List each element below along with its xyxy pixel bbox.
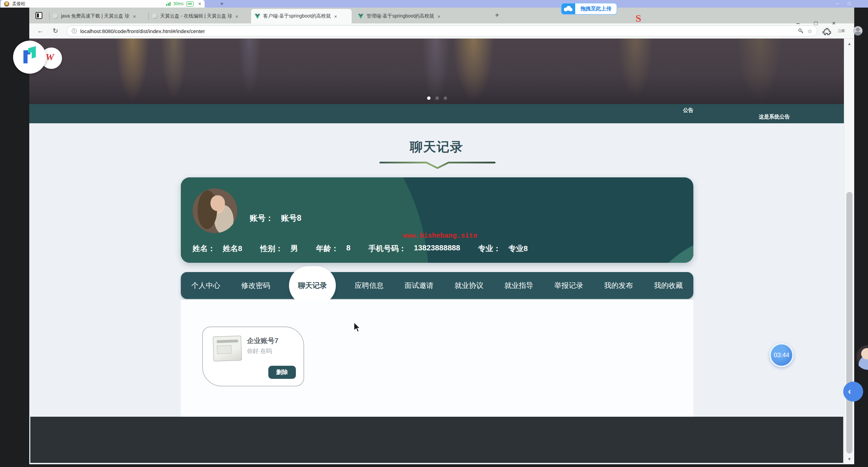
carousel-dots[interactable] [427,96,447,100]
extensions-icon[interactable] [823,28,831,37]
tab-title: 天翼云盘 - 在线编辑 | 天翼云盘 珍 [160,13,232,19]
browser-tab-strip: java 免费高速下载 | 天翼云盘 珍 × 天翼云盘 - 在线编辑 | 天翼云… [29,8,854,23]
account-value: 账号8 [281,213,301,224]
page-viewport: 公告 这是系统公告 聊天记录 账号： 账号8 www.bishebang.sit… [29,39,844,464]
collections-icon[interactable]: ☆≡ [836,27,845,35]
tab-my-posts[interactable]: 我的发布 [602,278,635,293]
cloud-drive-logo-icon[interactable] [13,41,46,74]
field-value: 专业8 [508,243,528,254]
desktop-screen: 孟俊松 30ms HD × + – □ java 免费高速下载 | 天翼云盘 珍… [0,0,868,467]
announcement-bar: 公告 这是系统公告 [29,104,844,123]
browser-tab-3-active[interactable]: 客户端-基于springboot的高校就 × [251,9,352,23]
delete-button[interactable]: 删除 [268,366,296,379]
card-circle-outer [632,232,693,263]
browser-tab-2[interactable]: 天翼云盘 - 在线编辑 | 天翼云盘 珍 × [148,9,249,23]
tab-close-icon[interactable]: × [132,13,136,19]
carousel-dot[interactable] [444,96,447,100]
browser-window: java 免费高速下载 | 天翼云盘 珍 × 天翼云盘 - 在线编辑 | 天翼云… [29,8,854,464]
tab-close-icon[interactable]: × [437,13,441,19]
remote-user-avatar-icon [4,1,9,7]
page-footer [30,417,843,463]
hd-quality-badge: HD [186,1,194,7]
remote-maximize-button[interactable]: □ [848,0,850,8]
field-label: 年龄： [316,243,339,254]
field-label: 姓名： [193,243,215,254]
remote-session-tab[interactable]: 孟俊松 30ms HD × [1,0,205,8]
remote-new-session-button[interactable]: + [218,0,226,8]
upload-dropzone-pill[interactable]: 拖拽至此上传 [561,3,617,15]
refresh-button[interactable]: ↻ [51,26,60,36]
desktop-edge-avatar [856,345,868,370]
signal-bars-icon [166,2,170,6]
field-label: 专业： [478,243,501,254]
remote-tab-close-icon[interactable]: × [198,1,201,7]
tab-actions-icon[interactable] [35,12,42,19]
field-label: 手机号码： [369,243,406,254]
sidebar-collapse-handle[interactable]: ‹ [843,382,863,402]
user-avatar[interactable] [193,188,237,233]
site-info-icon[interactable]: ⓘ [72,28,77,34]
cloud-favicon [53,13,58,19]
back-button[interactable]: ← [35,26,45,36]
company-image [213,336,242,362]
carousel-dot-active[interactable] [427,96,431,100]
field-label: 性别： [260,243,283,254]
new-tab-button[interactable]: + [493,11,502,20]
browser-tab-1[interactable]: java 免费高速下载 | 天翼云盘 珍 × [49,9,146,23]
tab-employment-agreement[interactable]: 就业协议 [452,278,485,293]
url-text[interactable]: localhost:8080/code/front/dist/index.htm… [80,28,794,34]
tab-report-records[interactable]: 举报记录 [552,278,585,293]
tab-employment-guidance[interactable]: 就业指导 [502,278,535,293]
page-title: 聊天记录 [29,138,844,156]
announcement-text[interactable]: 这是系统公告 [759,114,790,120]
watermark-text: www.bishebang.site [403,232,477,240]
field-value: 8 [346,243,350,254]
browser-profile-avatar[interactable] [853,26,862,35]
profile-fields: 姓名：姓名8 性别：男 年龄：8 手机号码：13823888888 专业：专业8 [193,243,528,254]
remote-user-name: 孟俊松 [12,1,163,7]
remote-session-bar: 孟俊松 30ms HD × + – □ [0,0,868,8]
minimize-button[interactable]: – [796,20,799,27]
carousel-dot[interactable] [435,96,439,100]
tab-interview-invites[interactable]: 面试邀请 [403,278,436,293]
tab-close-icon[interactable]: × [333,13,337,19]
tab-chat-records-active[interactable]: 聊天记录 [289,266,336,305]
title-underline-decoration [379,160,496,170]
browser-window-controls: – □ × [796,20,836,27]
tab-close-icon[interactable]: × [235,13,238,19]
field-value: 13823888888 [414,243,461,254]
announcement-label: 公告 [683,107,693,114]
address-bar[interactable]: ⓘ localhost:8080/code/front/dist/index.h… [66,25,817,37]
account-row: 账号： 账号8 [250,213,301,224]
upload-hint-text: 拖拽至此上传 [575,6,617,12]
maximize-button[interactable]: □ [814,20,817,27]
browser-menu-icon[interactable]: ⋯ [866,27,868,35]
close-button[interactable]: × [832,20,836,27]
tab-change-password[interactable]: 修改密码 [239,278,272,293]
remote-minimize-button[interactable]: – [836,0,839,8]
tab-personal-center[interactable]: 个人中心 [189,278,222,293]
center-nav-tabs: 个人中心 修改密码 聊天记录 应聘信息 面试邀请 就业协议 就业指导 举报记录 … [181,272,693,299]
vue-favicon [255,14,260,19]
scroll-down-icon[interactable]: ▼ [844,457,855,461]
scroll-up-icon[interactable]: ▲ [844,41,855,46]
password-key-icon[interactable] [798,28,804,34]
chat-record-card[interactable]: 企业账号7 你好 在吗 删除 [202,326,304,386]
cloud-favicon [152,13,157,19]
tab-my-favorites[interactable]: 我的收藏 [652,278,685,293]
tab-title: 管理端-基于springboot的高校就 [366,13,434,19]
tab-application-info[interactable]: 应聘信息 [353,278,386,293]
profile-card: 账号： 账号8 www.bishebang.site 姓名：姓名8 性别：男 年… [181,177,693,263]
tab-title: java 免费高速下载 | 天翼云盘 珍 [61,13,130,19]
sticker-s-logo: S [636,12,646,25]
vue-favicon [358,14,364,19]
hero-carousel-banner[interactable] [29,39,844,104]
browser-tab-4[interactable]: 管理端-基于springboot的高校就 × [354,9,455,23]
scrollbar-thumb[interactable] [846,192,852,454]
mouse-cursor [353,322,362,333]
remote-window-controls: – □ [836,0,850,8]
cloud-upload-icon [561,3,575,15]
session-timer-bubble[interactable]: 03:44 [769,343,794,367]
chat-contact-name: 企业账号7 [247,336,278,345]
favorite-star-icon[interactable]: ☆ [807,28,812,34]
